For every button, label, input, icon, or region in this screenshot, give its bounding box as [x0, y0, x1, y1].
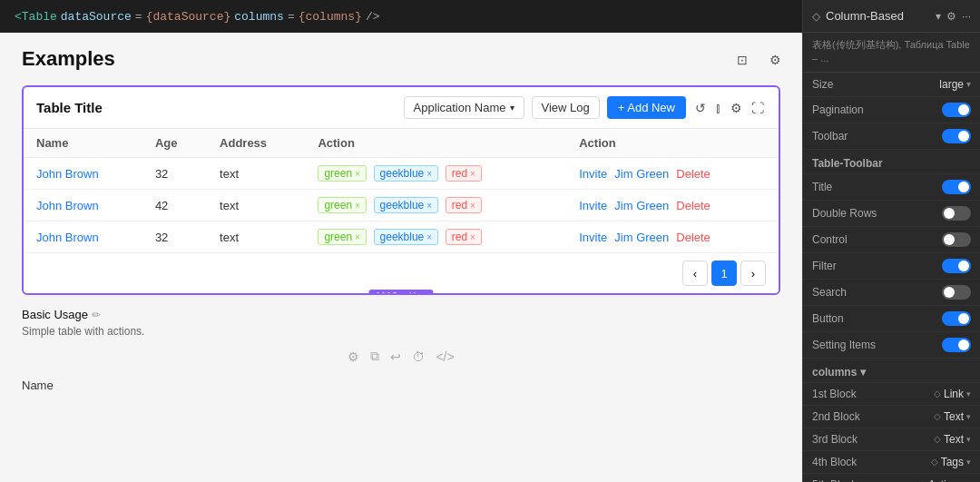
row2-name[interactable]: John Brown [36, 199, 99, 212]
table-toolbar-section-title: Table-Toolbar [803, 150, 980, 174]
app-name-label: Application Name [414, 101, 506, 114]
tag-green: green × [318, 165, 367, 182]
3rd-block-label: 3rd Block [812, 433, 934, 446]
undo-icon[interactable]: ↩ [390, 349, 401, 364]
columns-icon[interactable]: ⫿ [713, 99, 723, 117]
1st-block-value[interactable]: ◇ Link ▾ [934, 388, 971, 400]
size-value[interactable]: large [939, 78, 964, 91]
col-action1: Action [305, 129, 566, 158]
code-attr1: dataSource [61, 10, 132, 24]
tag-close-red[interactable]: × [470, 169, 475, 179]
panel-row-title: Title [803, 174, 980, 201]
duplicate-icon[interactable]: ⧉ [370, 349, 379, 364]
button-toggle[interactable] [942, 311, 971, 326]
right-panel: ◇ Column-Based ▾ ⚙ ··· 表格(传统列基结构), Табли… [802, 0, 980, 482]
row1-name[interactable]: John Brown [36, 167, 99, 181]
edit-icon[interactable]: ✏ [92, 309, 101, 321]
frame-icon-btn[interactable]: ⊡ [730, 47, 755, 73]
table-row: John Brown 42 text green × geekblue × re… [24, 190, 779, 221]
panel-subtitle: 表格(传统列基结构), Таблица Table – ... [803, 33, 980, 73]
settings2-icon[interactable]: ⚙ [729, 99, 744, 117]
panel-col-4th-block: 4th Block ◇ Tags ▾ [803, 451, 980, 474]
3rd-block-value[interactable]: ◇ Text ▾ [934, 433, 971, 446]
bottom-name-label: Name [22, 373, 780, 398]
setting-items-toggle[interactable] [942, 338, 971, 352]
panel-row-setting-items: Setting Items [803, 332, 980, 359]
tag-close-blue[interactable]: × [426, 169, 432, 179]
filter-toggle[interactable] [942, 259, 971, 273]
more-panel-icon[interactable]: ··· [962, 10, 971, 23]
tag-close-green3[interactable]: × [355, 232, 360, 242]
gear-panel-icon[interactable]: ⚙ [946, 10, 956, 23]
toolbar-toggle[interactable] [942, 129, 971, 143]
code-icon[interactable]: </> [436, 349, 454, 364]
delete-link-3[interactable]: Delete [676, 231, 710, 244]
code-attr2: columns [234, 10, 284, 24]
refresh-icon[interactable]: ↺ [693, 99, 708, 117]
panel-row-button: Button [803, 306, 980, 332]
panel-col-3rd-block: 3rd Block ◇ Text ▾ [803, 428, 980, 451]
examples-icons: ⊡ ⚙ [730, 47, 788, 73]
examples-area: Examples ⊡ ⚙ Table Title Application Nam… [0, 33, 802, 482]
table-toolbar: Table Title Application Name ▾ View Log … [24, 87, 779, 129]
tag-green: green × [318, 229, 367, 245]
columns-section-title[interactable]: columns ▾ [803, 359, 980, 383]
panel-row-search: Search [803, 280, 980, 306]
4th-block-value[interactable]: ◇ Tags ▾ [931, 456, 971, 468]
tag-blue: geekblue × [374, 197, 439, 213]
row2-actions: Invite Jim Green Delete [579, 199, 766, 212]
tag-close-red2[interactable]: × [470, 201, 475, 211]
tag-close-green[interactable]: × [355, 169, 360, 179]
view-log-button[interactable]: View Log [532, 96, 600, 119]
double-rows-toggle[interactable] [942, 206, 971, 221]
row2-tags: green × geekblue × red × [305, 190, 566, 221]
row2-age: 42 [142, 190, 207, 221]
diamond-icon-1: ◇ [934, 389, 941, 398]
timer-icon[interactable]: ⏱ [412, 349, 425, 364]
panel-col-1st-block: 1st Block ◇ Link ▾ [803, 383, 980, 406]
jim-green-link-3[interactable]: Jim Green [614, 231, 669, 244]
chevron-down-panel-icon[interactable]: ▾ [936, 10, 941, 23]
invite-link-3[interactable]: Invite [579, 231, 607, 244]
next-page-button[interactable]: › [740, 261, 766, 286]
delete-link-1[interactable]: Delete [676, 167, 710, 181]
settings-icon-btn[interactable]: ⚙ [762, 47, 788, 73]
invite-link-1[interactable]: Invite [579, 167, 607, 181]
2nd-block-value[interactable]: ◇ Text ▾ [934, 410, 971, 423]
fullscreen-icon[interactable]: ⛶ [750, 99, 766, 117]
tag-blue: geekblue × [374, 229, 439, 245]
prev-page-button[interactable]: ‹ [682, 261, 708, 286]
row3-address: text [207, 221, 305, 253]
tag-close-blue3[interactable]: × [426, 232, 432, 242]
table-row: John Brown 32 text green × geekblue × re… [24, 221, 779, 253]
app-name-button[interactable]: Application Name ▾ [404, 96, 524, 119]
1st-block-label: 1st Block [812, 388, 934, 400]
row3-name[interactable]: John Brown [36, 231, 99, 244]
pagination-toggle[interactable] [942, 103, 971, 117]
tag-green: green × [318, 197, 367, 213]
control-label: Control [812, 233, 942, 246]
code-val1: {dataSource} [146, 10, 231, 24]
filter-label: Filter [812, 260, 942, 272]
settings3-icon[interactable]: ⚙ [348, 349, 359, 364]
control-toggle[interactable] [942, 232, 971, 247]
jim-green-link-2[interactable]: Jim Green [614, 199, 669, 212]
card-label: Basic Usage ✏ [22, 308, 101, 321]
5th-block-label: 5th Block [812, 478, 918, 482]
col-address: Address [207, 129, 305, 158]
pagination-label: Pagination [812, 103, 942, 116]
panel-col-5th-block: 5th Block ◇ Actions ▾ [803, 474, 980, 482]
page-1-button[interactable]: 1 [711, 261, 737, 286]
tag-close-red3[interactable]: × [470, 232, 475, 242]
tag-close-blue2[interactable]: × [426, 201, 432, 211]
search-toggle[interactable] [942, 285, 971, 300]
5th-block-value[interactable]: ◇ Actions ▾ [918, 478, 971, 482]
jim-green-link-1[interactable]: Jim Green [614, 167, 669, 181]
delete-link-2[interactable]: Delete [676, 199, 710, 212]
diamond-icon-3: ◇ [934, 434, 941, 444]
add-new-button[interactable]: + Add New [607, 96, 686, 119]
title-toggle[interactable] [942, 180, 971, 194]
tag-close-green2[interactable]: × [355, 201, 360, 211]
invite-link-2[interactable]: Invite [579, 199, 607, 212]
size-chevron[interactable]: ▾ [966, 79, 971, 89]
